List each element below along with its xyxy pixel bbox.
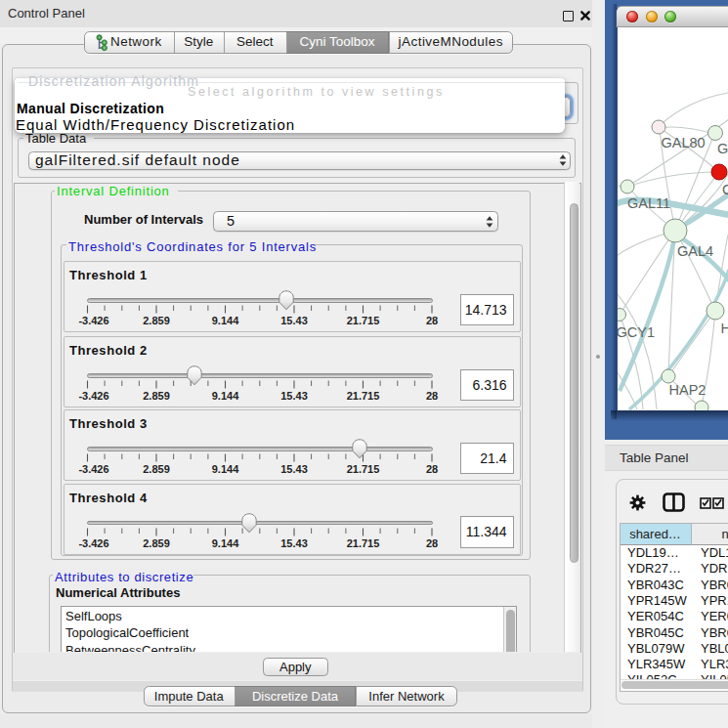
svg-text:GCY1: GCY1 [618, 324, 655, 340]
svg-text:C: C [722, 182, 728, 197]
svg-text:GAL4: GAL4 [677, 243, 713, 259]
svg-text:GA: GA [717, 141, 728, 156]
svg-text:GAL11: GAL11 [627, 195, 670, 211]
svg-text:GAL80: GAL80 [661, 135, 705, 150]
svg-text:HAP2: HAP2 [668, 382, 706, 398]
svg-text:H: H [720, 321, 728, 336]
